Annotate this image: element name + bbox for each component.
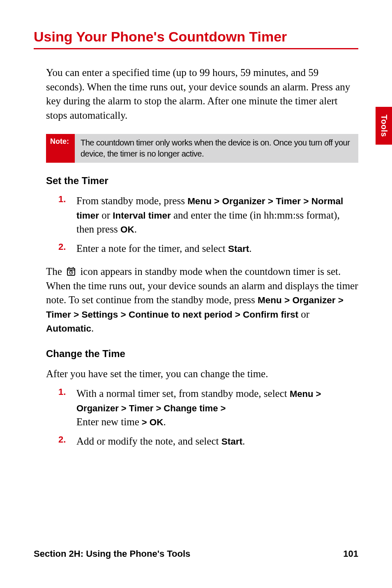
title-underline	[34, 48, 358, 49]
step-text: Add or modify the note, and select Start…	[76, 434, 358, 449]
change-time-step-1: 1. With a normal timer set, from standby…	[46, 387, 358, 429]
note-text: The countdown timer only works when the …	[75, 134, 358, 163]
text: or	[99, 210, 113, 221]
text: or	[298, 309, 309, 320]
note-label: Note:	[46, 134, 75, 163]
timer-explanation: The icon appears in standby mode when th…	[46, 265, 358, 336]
timer-icon	[66, 266, 76, 276]
change-time-heading: Change the Time	[46, 348, 358, 360]
text: From standby mode, press	[76, 195, 187, 206]
step-text: With a normal timer set, from standby mo…	[76, 387, 358, 429]
separator: >	[139, 417, 150, 427]
page-footer: Section 2H: Using the Phone's Tools 101	[34, 549, 358, 559]
text: Enter a note for the timer, and select	[76, 243, 228, 254]
text: .	[242, 436, 245, 447]
step-text: From standby mode, press Menu > Organize…	[76, 194, 358, 237]
footer-section: Section 2H: Using the Phone's Tools	[34, 549, 190, 559]
text: .	[249, 243, 251, 254]
change-time-intro: After you have set the timer, you can ch…	[46, 367, 358, 381]
page-content: Using Your Phone's Countdown Timer You c…	[0, 0, 392, 448]
step-number: 2.	[58, 242, 76, 256]
menu-path: Interval timer	[113, 210, 171, 221]
set-timer-step-2: 2. Enter a note for the timer, and selec…	[46, 242, 358, 256]
page-number: 101	[343, 549, 358, 559]
text: .	[134, 224, 137, 235]
page-title: Using Your Phone's Countdown Timer	[34, 29, 358, 45]
text: The	[46, 266, 65, 277]
ok-label: OK	[150, 417, 164, 427]
step-number: 2.	[58, 434, 76, 449]
text: .	[91, 323, 94, 334]
step-number: 1.	[58, 387, 76, 429]
text: Enter new time	[76, 416, 139, 427]
start-label: Start	[221, 436, 242, 447]
text: .	[164, 416, 166, 427]
step-number: 1.	[58, 194, 76, 237]
step-text: Enter a note for the timer, and select S…	[76, 242, 358, 256]
change-time-step-2: 2. Add or modify the note, and select St…	[46, 434, 358, 449]
start-label: Start	[228, 244, 249, 254]
text: Add or modify the note, and select	[76, 436, 221, 447]
automatic-label: Automatic	[46, 323, 91, 334]
text: With a normal timer set, from standby mo…	[76, 388, 290, 399]
intro-paragraph: You can enter a specified time (up to 99…	[46, 66, 358, 122]
note-box: Note: The countdown timer only works whe…	[46, 134, 358, 163]
set-timer-heading: Set the Timer	[46, 175, 358, 187]
ok-label: OK	[120, 224, 134, 235]
set-timer-step-1: 1. From standby mode, press Menu > Organ…	[46, 194, 358, 237]
